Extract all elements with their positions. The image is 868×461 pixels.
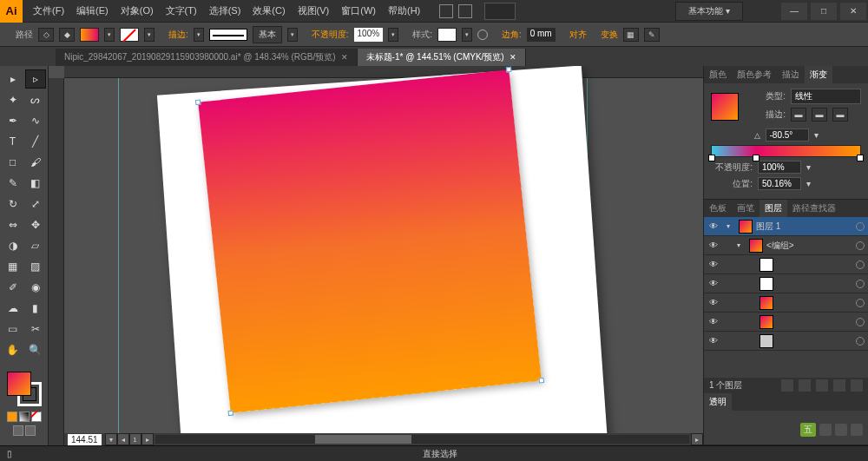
panel-tab-swatches[interactable]: 色板 — [704, 200, 732, 217]
locate-object-icon[interactable] — [781, 379, 793, 392]
gradient-stop[interactable] — [857, 155, 864, 161]
gradient-type-select[interactable]: 线性 — [791, 89, 861, 104]
scrollbar-thumb[interactable] — [315, 435, 411, 444]
layer-row[interactable]: 👁▾<编组> — [704, 236, 868, 255]
artboard-prev[interactable]: ◂ — [117, 433, 129, 445]
close-icon[interactable]: ✕ — [341, 53, 348, 62]
fill-box[interactable] — [7, 372, 31, 396]
menu-help[interactable]: 帮助(H) — [383, 1, 425, 21]
disclosure-icon[interactable]: ▾ — [727, 222, 735, 230]
menu-effect[interactable]: 效果(C) — [247, 1, 290, 21]
corner-input[interactable]: 0 mm — [527, 28, 556, 42]
transform-label[interactable]: 变换 — [601, 29, 618, 41]
visibility-icon[interactable]: 👁 — [707, 260, 720, 269]
lasso-tool[interactable]: ᔕ — [25, 90, 46, 109]
artboard-nav[interactable]: 1 — [129, 433, 141, 445]
recolor-icon[interactable] — [477, 30, 488, 40]
scroll-right[interactable]: ▸ — [691, 433, 703, 445]
ruler-vertical[interactable] — [49, 78, 64, 445]
scrollbar-horizontal[interactable] — [155, 435, 689, 444]
visibility-icon[interactable]: 👁 — [707, 221, 720, 231]
symbol-sprayer-tool[interactable]: ☁ — [3, 299, 23, 318]
none-mode-icon[interactable] — [31, 412, 42, 422]
window-minimize[interactable]: — — [781, 3, 807, 20]
anchor-point[interactable] — [539, 378, 545, 384]
target-icon[interactable] — [856, 260, 865, 269]
anchor-point[interactable] — [228, 411, 234, 417]
layer-name[interactable]: <编组> — [766, 240, 852, 252]
gradient-rectangle[interactable] — [198, 69, 542, 413]
menu-type[interactable]: 文字(T) — [161, 1, 202, 21]
screen-mode-icon[interactable] — [13, 425, 23, 436]
fill-stroke-indicator[interactable] — [7, 372, 42, 406]
target-icon[interactable] — [856, 280, 865, 288]
gradient-preview[interactable] — [711, 93, 739, 121]
panel-tab-transparency[interactable]: 透明 — [704, 393, 732, 411]
rotate-tool[interactable]: ↻ — [3, 194, 23, 214]
layer-row[interactable]: 👁 — [704, 255, 868, 274]
target-icon[interactable] — [856, 337, 865, 346]
column-graph-tool[interactable]: ▮ — [25, 299, 46, 318]
type-tool[interactable]: T — [3, 132, 23, 151]
layout-icon[interactable] — [458, 4, 472, 18]
guide-line[interactable] — [118, 78, 119, 445]
new-sublayer-icon[interactable] — [816, 379, 828, 392]
paintbrush-tool[interactable]: 🖌 — [25, 153, 46, 172]
align-label[interactable]: 对齐 — [569, 29, 587, 41]
pen-tool[interactable]: ✒ — [3, 111, 23, 130]
layer-name[interactable]: 图层 1 — [756, 221, 852, 233]
gradient-stop[interactable] — [708, 155, 715, 161]
target-icon[interactable] — [856, 299, 865, 307]
isolate-icon[interactable]: ▦ — [623, 28, 639, 42]
panel-tab-brushes[interactable]: 画笔 — [732, 200, 760, 217]
eyedropper-tool[interactable]: ✐ — [3, 278, 23, 297]
panel-tab-layers[interactable]: 图层 — [760, 200, 787, 217]
stroke-weight-dropdown[interactable]: ▾ — [194, 28, 204, 42]
visibility-icon[interactable]: 👁 — [707, 240, 720, 250]
panel-tab-colorguide[interactable]: 颜色参考 — [732, 66, 777, 83]
color-mode-icon[interactable] — [7, 412, 17, 422]
delete-layer-icon[interactable] — [851, 379, 863, 392]
panel-tab-color[interactable]: 颜色 — [704, 66, 732, 83]
layer-row[interactable]: 👁 — [704, 293, 868, 313]
mesh-tool[interactable]: ▦ — [3, 257, 23, 276]
gradient-mode-icon[interactable] — [19, 412, 30, 422]
direct-selection-tool[interactable]: ▹ — [25, 69, 46, 89]
stroke-swatch[interactable] — [120, 28, 139, 42]
anchor-point[interactable] — [506, 67, 512, 73]
stop-position-input[interactable] — [758, 177, 801, 190]
anchor-convert-icon[interactable]: ◆ — [59, 28, 75, 42]
menu-view[interactable]: 视图(V) — [293, 1, 335, 21]
stroke-grad-icon[interactable]: ▬ — [812, 108, 827, 122]
eraser-tool[interactable]: ◧ — [25, 174, 46, 193]
panel-tab-pathfinder[interactable]: 路径查找器 — [787, 200, 841, 217]
canvas[interactable]: 144.51 ▾ ◂ 1 ▸ ▸ — [49, 66, 703, 445]
menu-object[interactable]: 对象(O) — [115, 1, 159, 21]
target-icon[interactable] — [856, 318, 865, 326]
target-icon[interactable] — [856, 241, 865, 250]
visibility-icon[interactable]: 👁 — [707, 317, 720, 326]
visibility-icon[interactable]: 👁 — [707, 298, 720, 307]
zoom-tool[interactable]: 🔍 — [25, 340, 46, 359]
gradient-tool[interactable]: ▨ — [25, 257, 46, 276]
selection-tool[interactable]: ▸ — [3, 69, 23, 89]
graphic-style-swatch[interactable] — [437, 28, 457, 42]
brush-definition[interactable]: 基本 — [253, 26, 282, 43]
shape-builder-tool[interactable]: ◑ — [3, 236, 23, 255]
target-icon[interactable] — [856, 222, 865, 231]
line-tool[interactable]: ╱ — [25, 132, 46, 151]
artboard-tool[interactable]: ▭ — [3, 319, 23, 339]
layout-icon[interactable] — [439, 4, 453, 18]
hand-tool[interactable]: ✋ — [3, 340, 23, 359]
menu-edit[interactable]: 编辑(E) — [71, 1, 114, 21]
anchor-convert-icon[interactable]: ◇ — [38, 28, 54, 42]
visibility-icon[interactable]: 👁 — [707, 336, 720, 346]
make-clipping-mask-icon[interactable] — [799, 379, 811, 392]
brush-dropdown[interactable]: ▾ — [287, 28, 298, 42]
document-tab[interactable]: Nipic_29842067_20190829115903980000.ai* … — [56, 49, 358, 66]
disclosure-icon[interactable]: ▾ — [737, 241, 746, 249]
pencil-tool[interactable]: ✎ — [3, 174, 23, 193]
ruler-horizontal[interactable] — [64, 66, 703, 78]
workspace-switcher[interactable]: 基本功能 ▾ — [675, 2, 743, 21]
opacity-input[interactable]: 100% — [354, 28, 384, 42]
